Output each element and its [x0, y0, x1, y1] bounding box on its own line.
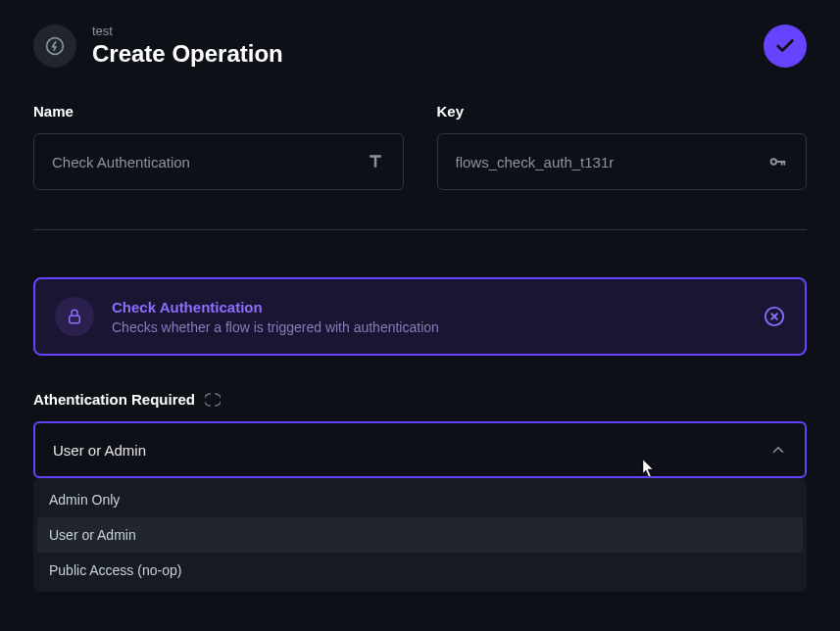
dropdown-option-user-admin[interactable]: User or Admin [37, 517, 803, 553]
bolt-icon [45, 36, 65, 56]
modal-header: test Create Operation [33, 24, 807, 68]
card-close-button[interactable] [764, 306, 785, 327]
key-field-group: Key [437, 103, 808, 190]
key-label: Key [437, 103, 808, 120]
auth-dropdown: Admin Only User or Admin Public Access (… [33, 478, 807, 592]
key-input[interactable] [456, 154, 767, 170]
dropdown-option-admin[interactable]: Admin Only [37, 482, 803, 517]
card-title: Check Authentication [112, 299, 746, 316]
divider [33, 229, 807, 230]
auth-select[interactable]: User or Admin [33, 421, 807, 478]
page-title: Create Operation [92, 40, 283, 68]
name-input-wrapper [33, 133, 404, 190]
form-row: Name Key [33, 103, 807, 190]
name-field-group: Name [33, 103, 404, 190]
key-icon[interactable] [766, 151, 788, 172]
auth-required-label: Athentication Required [33, 391, 195, 408]
lock-icon [66, 308, 83, 325]
svg-rect-2 [70, 316, 80, 323]
chevron-up-icon [769, 441, 787, 459]
name-input[interactable] [52, 154, 366, 170]
breadcrumb: test [92, 24, 283, 38]
key-input-wrapper [437, 133, 808, 190]
close-circle-icon [764, 306, 785, 327]
card-description: Checks whether a flow is triggered with … [112, 319, 746, 335]
name-label: Name [33, 103, 404, 120]
header-left: test Create Operation [33, 24, 283, 68]
raw-value-icon[interactable] [205, 392, 221, 408]
card-icon-badge [55, 297, 94, 336]
submit-button[interactable] [764, 24, 807, 68]
card-content: Check Authentication Checks whether a fl… [112, 299, 746, 335]
auth-label-row: Athentication Required [33, 391, 807, 408]
auth-select-value: User or Admin [53, 442, 146, 459]
operation-icon-badge [33, 24, 76, 68]
dropdown-option-public[interactable]: Public Access (no-op) [37, 553, 803, 588]
text-format-icon[interactable] [366, 152, 385, 171]
operation-type-card: Check Authentication Checks whether a fl… [33, 277, 807, 356]
check-icon [774, 35, 796, 57]
